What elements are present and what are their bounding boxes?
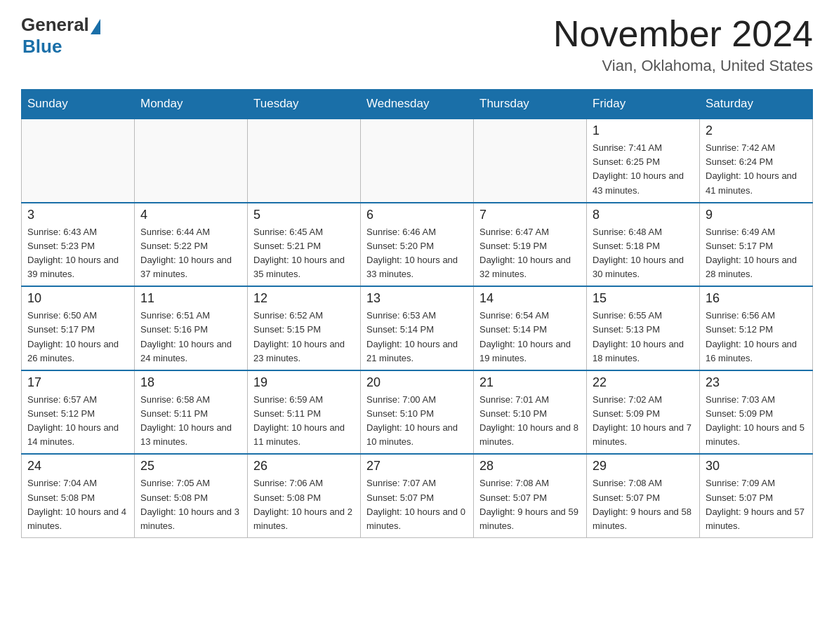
day-info: Sunrise: 6:51 AMSunset: 5:16 PMDaylight:… <box>140 309 241 365</box>
calendar-cell: 18Sunrise: 6:58 AMSunset: 5:11 PMDayligh… <box>135 370 248 455</box>
day-info: Sunrise: 6:48 AMSunset: 5:18 PMDaylight:… <box>593 225 694 282</box>
day-number: 23 <box>706 375 807 390</box>
calendar-cell: 17Sunrise: 6:57 AMSunset: 5:12 PMDayligh… <box>22 370 135 455</box>
logo: General Blue <box>21 14 100 58</box>
calendar-day-header: Thursday <box>474 90 587 119</box>
calendar-cell: 24Sunrise: 7:04 AMSunset: 5:08 PMDayligh… <box>22 454 135 537</box>
calendar-cell <box>361 119 474 203</box>
calendar-day-header: Tuesday <box>248 90 361 119</box>
day-info: Sunrise: 7:42 AMSunset: 6:24 PMDaylight:… <box>706 141 807 198</box>
calendar-cell: 2Sunrise: 7:42 AMSunset: 6:24 PMDaylight… <box>700 119 813 203</box>
calendar-cell: 23Sunrise: 7:03 AMSunset: 5:09 PMDayligh… <box>700 370 813 455</box>
week-row: 3Sunrise: 6:43 AMSunset: 5:23 PMDaylight… <box>22 203 813 287</box>
calendar-day-header: Friday <box>587 90 700 119</box>
calendar-cell: 30Sunrise: 7:09 AMSunset: 5:07 PMDayligh… <box>700 454 813 537</box>
day-info: Sunrise: 6:44 AMSunset: 5:22 PMDaylight:… <box>140 225 241 282</box>
day-number: 28 <box>479 459 581 474</box>
day-info: Sunrise: 6:49 AMSunset: 5:17 PMDaylight:… <box>706 225 807 282</box>
week-row: 24Sunrise: 7:04 AMSunset: 5:08 PMDayligh… <box>22 454 813 537</box>
day-number: 3 <box>27 208 128 222</box>
calendar-cell: 8Sunrise: 6:48 AMSunset: 5:18 PMDaylight… <box>587 203 700 287</box>
calendar-day-header: Monday <box>135 90 248 119</box>
day-info: Sunrise: 6:56 AMSunset: 5:12 PMDaylight:… <box>706 309 807 365</box>
calendar-cell: 10Sunrise: 6:50 AMSunset: 5:17 PMDayligh… <box>22 286 135 370</box>
calendar-cell: 22Sunrise: 7:02 AMSunset: 5:09 PMDayligh… <box>587 370 700 455</box>
day-info: Sunrise: 6:47 AMSunset: 5:19 PMDaylight:… <box>479 225 581 282</box>
day-info: Sunrise: 6:45 AMSunset: 5:21 PMDaylight:… <box>253 225 355 282</box>
calendar-cell: 21Sunrise: 7:01 AMSunset: 5:10 PMDayligh… <box>474 370 587 455</box>
calendar-cell: 15Sunrise: 6:55 AMSunset: 5:13 PMDayligh… <box>587 286 700 370</box>
day-number: 27 <box>366 459 468 474</box>
day-info: Sunrise: 7:08 AMSunset: 5:07 PMDaylight:… <box>593 476 694 533</box>
day-info: Sunrise: 7:00 AMSunset: 5:10 PMDaylight:… <box>366 393 468 450</box>
calendar-cell: 6Sunrise: 6:46 AMSunset: 5:20 PMDaylight… <box>361 203 474 287</box>
day-number: 26 <box>253 459 355 474</box>
day-number: 8 <box>593 208 694 222</box>
calendar-cell: 13Sunrise: 6:53 AMSunset: 5:14 PMDayligh… <box>361 286 474 370</box>
day-info: Sunrise: 6:50 AMSunset: 5:17 PMDaylight:… <box>27 309 128 365</box>
day-info: Sunrise: 6:46 AMSunset: 5:20 PMDaylight:… <box>366 225 468 282</box>
day-number: 19 <box>253 375 355 390</box>
day-number: 2 <box>706 123 807 138</box>
day-info: Sunrise: 7:03 AMSunset: 5:09 PMDaylight:… <box>706 393 807 450</box>
day-number: 1 <box>593 123 694 138</box>
day-info: Sunrise: 6:57 AMSunset: 5:12 PMDaylight:… <box>27 393 128 450</box>
calendar-cell: 19Sunrise: 6:59 AMSunset: 5:11 PMDayligh… <box>248 370 361 455</box>
day-info: Sunrise: 7:05 AMSunset: 5:08 PMDaylight:… <box>140 476 241 533</box>
day-number: 30 <box>706 459 807 474</box>
calendar-cell <box>135 119 248 203</box>
day-info: Sunrise: 6:59 AMSunset: 5:11 PMDaylight:… <box>253 393 355 450</box>
calendar-cell: 26Sunrise: 7:06 AMSunset: 5:08 PMDayligh… <box>248 454 361 537</box>
calendar-cell: 7Sunrise: 6:47 AMSunset: 5:19 PMDaylight… <box>474 203 587 287</box>
day-info: Sunrise: 7:04 AMSunset: 5:08 PMDaylight:… <box>27 476 128 533</box>
calendar-day-header: Saturday <box>700 90 813 119</box>
calendar-cell <box>22 119 135 203</box>
day-info: Sunrise: 7:09 AMSunset: 5:07 PMDaylight:… <box>706 476 807 533</box>
day-info: Sunrise: 7:41 AMSunset: 6:25 PMDaylight:… <box>593 141 694 198</box>
day-number: 14 <box>479 291 581 306</box>
calendar-day-header: Sunday <box>22 90 135 119</box>
calendar-cell: 5Sunrise: 6:45 AMSunset: 5:21 PMDaylight… <box>248 203 361 287</box>
day-info: Sunrise: 6:54 AMSunset: 5:14 PMDaylight:… <box>479 309 581 365</box>
location-subtitle: Vian, Oklahoma, United States <box>553 57 813 75</box>
day-info: Sunrise: 7:07 AMSunset: 5:07 PMDaylight:… <box>366 476 468 533</box>
calendar-cell: 14Sunrise: 6:54 AMSunset: 5:14 PMDayligh… <box>474 286 587 370</box>
day-number: 22 <box>593 375 694 390</box>
calendar-cell: 3Sunrise: 6:43 AMSunset: 5:23 PMDaylight… <box>22 203 135 287</box>
day-info: Sunrise: 6:53 AMSunset: 5:14 PMDaylight:… <box>366 309 468 365</box>
day-number: 29 <box>593 459 694 474</box>
calendar-day-header: Wednesday <box>361 90 474 119</box>
calendar-cell: 12Sunrise: 6:52 AMSunset: 5:15 PMDayligh… <box>248 286 361 370</box>
day-number: 4 <box>140 208 241 222</box>
day-number: 21 <box>479 375 581 390</box>
day-number: 20 <box>366 375 468 390</box>
calendar-cell <box>248 119 361 203</box>
day-number: 15 <box>593 291 694 306</box>
week-row: 17Sunrise: 6:57 AMSunset: 5:12 PMDayligh… <box>22 370 813 455</box>
logo-blue-text: Blue <box>22 36 62 58</box>
calendar-cell: 4Sunrise: 6:44 AMSunset: 5:22 PMDaylight… <box>135 203 248 287</box>
calendar-cell: 16Sunrise: 6:56 AMSunset: 5:12 PMDayligh… <box>700 286 813 370</box>
day-info: Sunrise: 6:58 AMSunset: 5:11 PMDaylight:… <box>140 393 241 450</box>
day-number: 24 <box>27 459 128 474</box>
day-info: Sunrise: 6:43 AMSunset: 5:23 PMDaylight:… <box>27 225 128 282</box>
day-info: Sunrise: 6:55 AMSunset: 5:13 PMDaylight:… <box>593 309 694 365</box>
calendar-cell: 27Sunrise: 7:07 AMSunset: 5:07 PMDayligh… <box>361 454 474 537</box>
calendar-cell: 11Sunrise: 6:51 AMSunset: 5:16 PMDayligh… <box>135 286 248 370</box>
day-number: 6 <box>366 208 468 222</box>
day-number: 9 <box>706 208 807 222</box>
day-number: 12 <box>253 291 355 306</box>
calendar-table: SundayMondayTuesdayWednesdayThursdayFrid… <box>21 89 813 538</box>
day-info: Sunrise: 7:01 AMSunset: 5:10 PMDaylight:… <box>479 393 581 450</box>
day-info: Sunrise: 7:08 AMSunset: 5:07 PMDaylight:… <box>479 476 581 533</box>
calendar-cell: 1Sunrise: 7:41 AMSunset: 6:25 PMDaylight… <box>587 119 700 203</box>
day-number: 25 <box>140 459 241 474</box>
day-number: 13 <box>366 291 468 306</box>
day-number: 17 <box>27 375 128 390</box>
day-number: 10 <box>27 291 128 306</box>
day-info: Sunrise: 7:06 AMSunset: 5:08 PMDaylight:… <box>253 476 355 533</box>
calendar-cell: 9Sunrise: 6:49 AMSunset: 5:17 PMDaylight… <box>700 203 813 287</box>
page-header: General Blue November 2024 Vian, Oklahom… <box>21 14 813 75</box>
day-info: Sunrise: 7:02 AMSunset: 5:09 PMDaylight:… <box>593 393 694 450</box>
week-row: 1Sunrise: 7:41 AMSunset: 6:25 PMDaylight… <box>22 119 813 203</box>
